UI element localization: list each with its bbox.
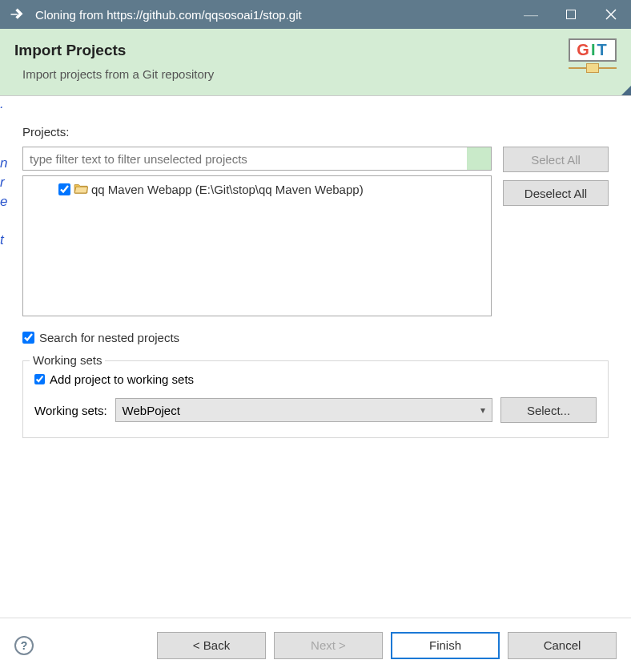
next-button[interactable]: Next > (274, 632, 383, 659)
working-sets-value: WebPoject (123, 404, 180, 417)
projects-tree[interactable]: qq Maven Webapp (E:\Git\stop\qq Maven We… (22, 175, 492, 316)
window-title: Cloning from https://github.com/qqsosoai… (34, 8, 511, 22)
select-all-button[interactable]: Select All (503, 147, 609, 172)
banner-subheading: Import projects from a Git repository (14, 67, 613, 81)
project-item-label: qq Maven Webapp (E:\Git\stop\qq Maven We… (91, 183, 364, 196)
select-workingset-button[interactable]: Select... (500, 397, 597, 423)
filter-hint-icon[interactable] (467, 147, 491, 170)
finish-button[interactable]: Finish (391, 632, 500, 659)
app-icon (8, 6, 26, 23)
wizard-footer: ? < Back Next > Finish Cancel (0, 618, 631, 672)
project-item[interactable]: qq Maven Webapp (E:\Git\stop\qq Maven We… (26, 181, 488, 198)
minimize-button[interactable]: — (511, 0, 551, 29)
working-sets-group: Working sets Add project to working sets… (22, 360, 609, 438)
add-workingset-checkbox[interactable] (34, 374, 45, 384)
working-sets-dropdown[interactable]: WebPoject ▾ (115, 398, 492, 422)
working-sets-label: Working sets: (34, 404, 107, 417)
help-icon[interactable]: ? (14, 636, 34, 655)
filter-wrap (22, 147, 492, 171)
close-button[interactable] (591, 0, 631, 29)
filter-input[interactable] (23, 147, 467, 170)
search-nested-row[interactable]: Search for nested projects (22, 331, 609, 344)
back-button[interactable]: < Back (157, 632, 266, 659)
search-nested-checkbox[interactable] (22, 332, 34, 344)
projects-label: Projects: (22, 125, 609, 139)
maximize-button[interactable] (551, 0, 591, 29)
project-checkbox[interactable] (58, 183, 70, 195)
folder-open-icon (74, 183, 88, 196)
deselect-all-button[interactable]: Deselect All (503, 180, 609, 206)
cancel-button[interactable]: Cancel (508, 632, 617, 659)
git-icon: GIT (569, 38, 617, 71)
wizard-content: Projects: qq Maven Webapp (E:\Git\stop\q… (0, 96, 631, 446)
working-sets-legend: Working sets (30, 353, 105, 367)
wizard-banner: Import Projects Import projects from a G… (0, 29, 631, 96)
add-workingset-label: Add project to working sets (50, 372, 194, 386)
resize-corner-icon (621, 86, 631, 95)
search-nested-label: Search for nested projects (39, 331, 179, 344)
banner-heading: Import Projects (14, 42, 613, 59)
titlebar: Cloning from https://github.com/qqsosoai… (0, 0, 631, 29)
add-workingset-row[interactable]: Add project to working sets (34, 372, 597, 386)
chevron-down-icon: ▾ (480, 404, 485, 416)
